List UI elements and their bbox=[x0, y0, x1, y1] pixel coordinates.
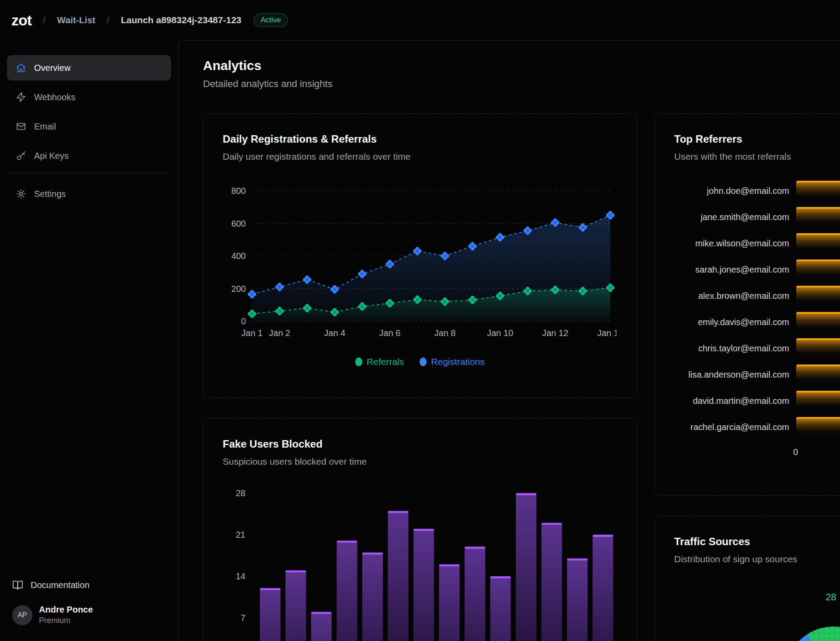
main-content: Analytics Detailed analytics and insight… bbox=[178, 40, 840, 641]
card-top-referrers: Top Referrers Users with the most referr… bbox=[654, 113, 840, 496]
referrer-email: rachel.garcia@email.com bbox=[674, 422, 789, 432]
card-subtitle: Users with the most referrals bbox=[674, 151, 840, 162]
legend-label: Referrals bbox=[367, 357, 404, 367]
referrer-axis-zero: 0 bbox=[793, 447, 840, 457]
sidebar-item-label: Settings bbox=[34, 189, 66, 199]
referrer-row: emily.davis@email.com bbox=[674, 309, 840, 335]
referrer-email: jane.smith@email.com bbox=[674, 212, 789, 222]
svg-text:21: 21 bbox=[236, 530, 245, 539]
referrer-row: lisa.anderson@email.com bbox=[674, 361, 840, 388]
gear-icon bbox=[16, 189, 26, 199]
referrer-email: alex.brown@email.com bbox=[674, 291, 789, 301]
sidebar: OverviewWebhooksEmailApi KeysSettings Do… bbox=[0, 40, 178, 641]
fake-users-bar-chart: 2821147 bbox=[223, 476, 616, 641]
page-subtitle: Detailed analytics and insights bbox=[203, 78, 840, 90]
referrer-row: john.doe@email.com bbox=[674, 178, 840, 204]
sidebar-item-overview[interactable]: Overview bbox=[7, 55, 171, 81]
referrer-bar bbox=[796, 233, 840, 253]
referrer-row: rachel.garcia@email.com bbox=[674, 414, 840, 440]
left-column: Daily Registrations & Referrals Daily us… bbox=[203, 113, 637, 641]
card-traffic-sources: Traffic Sources Distribution of sign up … bbox=[654, 516, 840, 641]
referrer-email: sarah.jones@email.com bbox=[674, 265, 789, 275]
svg-text:7: 7 bbox=[241, 613, 245, 623]
sidebar-item-label: Api Keys bbox=[34, 151, 69, 161]
envelope-icon bbox=[16, 121, 26, 132]
registrations-dot-icon bbox=[420, 357, 427, 366]
referrer-row: jane.smith@email.com bbox=[674, 204, 840, 230]
home-icon bbox=[16, 63, 26, 73]
sidebar-item-documentation[interactable]: Documentation bbox=[12, 580, 171, 591]
referrer-bar bbox=[796, 181, 840, 201]
user-name: Andre Ponce bbox=[39, 605, 93, 615]
card-title: Fake Users Blocked bbox=[223, 438, 617, 450]
breadcrumb-waitlist[interactable]: Wait-List bbox=[57, 15, 95, 25]
breadcrumb-separator: / bbox=[43, 14, 46, 26]
svg-text:600: 600 bbox=[231, 219, 246, 228]
documentation-label: Documentation bbox=[31, 580, 90, 590]
sidebar-item-webhooks[interactable]: Webhooks bbox=[7, 84, 171, 110]
sidebar-footer: Documentation AP Andre Ponce Premium bbox=[12, 580, 171, 625]
legend-label: Registrations bbox=[431, 357, 485, 367]
cards-grid: Daily Registrations & Referrals Daily us… bbox=[203, 113, 840, 641]
traffic-value-label: 28 bbox=[826, 592, 836, 603]
traffic-pie-chart bbox=[786, 621, 840, 641]
referrer-email: john.doe@email.com bbox=[674, 186, 789, 196]
user-menu[interactable]: AP Andre Ponce Premium bbox=[12, 605, 171, 625]
svg-text:14: 14 bbox=[236, 571, 245, 581]
card-subtitle: Distribution of sign up sources bbox=[674, 554, 840, 564]
referrer-bar bbox=[796, 364, 840, 385]
svg-text:28: 28 bbox=[236, 488, 245, 498]
sidebar-divider bbox=[8, 173, 170, 173]
sidebar-item-label: Overview bbox=[34, 63, 70, 73]
svg-text:Jan 6: Jan 6 bbox=[379, 328, 401, 338]
app-shell: OverviewWebhooksEmailApi KeysSettings Do… bbox=[0, 40, 840, 641]
top-bar: zot / Wait-List / Launch a898324j-23487-… bbox=[0, 0, 840, 40]
breadcrumb-launch: Launch a898324j-23487-123 bbox=[121, 15, 242, 25]
page-title: Analytics bbox=[203, 58, 840, 73]
referrer-row: sarah.jones@email.com bbox=[674, 256, 840, 283]
sidebar-item-label: Email bbox=[34, 122, 56, 132]
referrer-bar bbox=[796, 338, 840, 358]
svg-text:Jan 4: Jan 4 bbox=[324, 328, 346, 338]
right-column: Top Referrers Users with the most referr… bbox=[654, 113, 840, 641]
svg-text:Jan 8: Jan 8 bbox=[434, 328, 456, 338]
chart-legend: ReferralsRegistrations bbox=[223, 357, 617, 367]
sidebar-item-settings[interactable]: Settings bbox=[7, 181, 171, 207]
legend-item-registrations[interactable]: Registrations bbox=[420, 357, 485, 367]
referrer-bar bbox=[796, 259, 840, 280]
svg-text:Jan 10: Jan 10 bbox=[487, 328, 513, 338]
referrer-row: david.martin@email.com bbox=[674, 388, 840, 414]
referrer-email: lisa.anderson@email.com bbox=[674, 370, 789, 380]
status-badge: Active bbox=[254, 13, 288, 27]
sidebar-item-label: Webhooks bbox=[34, 92, 75, 102]
svg-text:400: 400 bbox=[231, 251, 246, 261]
lightning-icon bbox=[16, 92, 26, 102]
referrer-email: emily.davis@email.com bbox=[674, 317, 789, 327]
app-logo[interactable]: zot bbox=[11, 12, 32, 29]
referrer-bar bbox=[796, 417, 840, 437]
sidebar-item-api-keys[interactable]: Api Keys bbox=[7, 143, 171, 168]
breadcrumb-separator: / bbox=[107, 14, 109, 26]
referrer-row: alex.brown@email.com bbox=[674, 283, 840, 309]
user-plan: Premium bbox=[39, 616, 93, 625]
svg-text:Jan 12: Jan 12 bbox=[542, 328, 568, 338]
referrer-email: mike.wilson@email.com bbox=[674, 238, 789, 249]
svg-text:0: 0 bbox=[241, 316, 246, 326]
referrer-bar bbox=[796, 286, 840, 306]
svg-text:800: 800 bbox=[231, 186, 246, 196]
referrer-bar bbox=[796, 207, 840, 227]
key-icon bbox=[16, 151, 26, 161]
card-subtitle: Daily user registrations and referrals o… bbox=[223, 151, 617, 162]
referrals-dot-icon bbox=[355, 357, 362, 366]
sidebar-item-email[interactable]: Email bbox=[7, 114, 171, 139]
legend-item-referrals[interactable]: Referrals bbox=[355, 357, 404, 367]
svg-text:Jan 14: Jan 14 bbox=[597, 328, 616, 338]
svg-text:200: 200 bbox=[231, 284, 246, 294]
referrer-row: mike.wilson@email.com bbox=[674, 230, 840, 256]
card-title: Top Referrers bbox=[674, 133, 840, 145]
book-icon bbox=[12, 580, 23, 591]
svg-text:Jan 2: Jan 2 bbox=[269, 328, 290, 338]
svg-text:Jan 1: Jan 1 bbox=[242, 328, 263, 338]
referrer-bar bbox=[796, 312, 840, 332]
sidebar-nav: OverviewWebhooksEmailApi KeysSettings bbox=[7, 55, 171, 207]
